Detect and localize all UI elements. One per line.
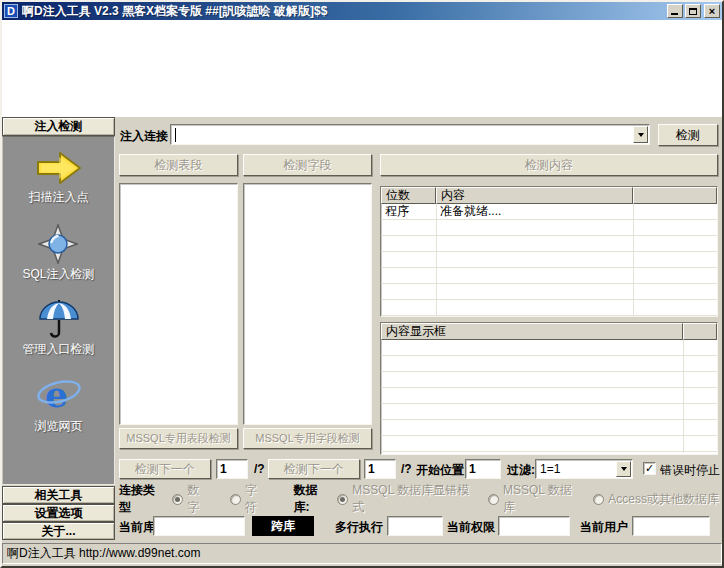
sidebar-item-browse-web[interactable]: e 浏览网页 xyxy=(35,374,83,435)
table-total-label: /? xyxy=(254,462,265,476)
list-row xyxy=(381,420,717,436)
close-icon: × xyxy=(709,6,715,16)
maximize-button[interactable] xyxy=(685,4,701,18)
table-index-input[interactable] xyxy=(216,459,248,479)
radio-mssql-error-mode[interactable] xyxy=(337,494,348,505)
connection-options-row: 连接类型 数字 字符 数据库: MSSQL 数据库显错模式 MSSQL 数据库 … xyxy=(119,491,719,507)
filter-dropdown-button[interactable] xyxy=(616,461,631,477)
content-box-blank-header[interactable] xyxy=(683,323,717,340)
minimize-icon xyxy=(671,13,678,15)
tables-list[interactable] xyxy=(119,183,238,425)
detect-tables-button[interactable]: 检测表段 xyxy=(119,154,238,176)
sidebar-item-label: 管理入口检测 xyxy=(23,341,95,358)
detect-next-table-button[interactable]: 检测下一个 xyxy=(119,459,211,479)
list-row xyxy=(381,388,717,404)
radio-access-other-label[interactable]: Access或其他数据库 xyxy=(608,491,719,508)
mssql-fields-button[interactable]: MSSQL专用字段检测 xyxy=(243,428,372,449)
app-icon: D xyxy=(4,4,18,18)
table-row xyxy=(381,300,717,316)
multi-exec-input[interactable] xyxy=(387,516,443,536)
detect-content-button[interactable]: 检测内容 xyxy=(380,154,718,176)
connection-type-label: 连接类型 xyxy=(119,482,164,516)
filter-value: 1=1 xyxy=(540,462,560,476)
radio-mssql[interactable] xyxy=(488,494,499,505)
compass-icon xyxy=(38,224,78,264)
result-table[interactable]: 位数 内容 程序 准备就绪.... xyxy=(380,186,718,317)
table-row xyxy=(381,284,717,300)
list-row xyxy=(381,356,717,372)
list-row xyxy=(381,340,717,356)
cell-content: 准备就绪.... xyxy=(436,203,717,220)
detect-next-field-button[interactable]: 检测下一个 xyxy=(268,459,360,479)
maximize-icon xyxy=(689,8,697,15)
detect-button[interactable]: 检测 xyxy=(658,124,718,146)
current-user-input[interactable] xyxy=(632,516,710,536)
sidebar-item-sql-injection[interactable]: SQL注入检测 xyxy=(22,224,94,283)
table-row xyxy=(381,236,717,252)
sidebar-icon-panel: 扫描注入点 SQL注入检测 管理入口检测 e xyxy=(2,136,115,485)
stop-on-error-checkbox[interactable]: ✓ xyxy=(643,462,656,475)
table-row[interactable]: 程序 准备就绪.... xyxy=(381,204,717,220)
sidebar-item-label: SQL注入检测 xyxy=(22,266,94,283)
svg-text:e: e xyxy=(45,374,68,415)
list-row xyxy=(381,436,717,452)
status-bar: 啊D注入工具 http://www.d99net.com xyxy=(2,543,722,564)
sidebar-button-about[interactable]: 关于... xyxy=(2,522,115,540)
field-total-label: /? xyxy=(401,462,412,476)
injection-link-combobox[interactable] xyxy=(170,124,650,145)
current-privilege-input[interactable] xyxy=(498,516,570,536)
sidebar-header-injection-detect[interactable]: 注入检测 xyxy=(2,117,115,136)
column-divider xyxy=(436,204,437,315)
database-label: 数据库: xyxy=(294,482,332,516)
sidebar-button-related-tools[interactable]: 相关工具 xyxy=(2,486,115,504)
radio-char[interactable] xyxy=(230,494,241,505)
column-header-digits[interactable]: 位数 xyxy=(381,187,436,204)
title-bar[interactable]: D 啊D注入工具 V2.3 黑客X档案专版 ##[訉咳謶哙 破解版]$$ × xyxy=(2,2,722,20)
multi-exec-label: 多行执行 xyxy=(335,519,383,536)
current-db-input[interactable] xyxy=(153,516,245,536)
sidebar-button-settings[interactable]: 设置选项 xyxy=(2,504,115,522)
sidebar-item-admin-entrance[interactable]: 管理入口检测 xyxy=(23,299,95,358)
combobox-dropdown-button[interactable] xyxy=(633,126,648,143)
field-index-input[interactable] xyxy=(364,459,396,479)
radio-numeric[interactable] xyxy=(172,494,183,505)
app-window: D 啊D注入工具 V2.3 黑客X档案专版 ##[訉咳謶哙 破解版]$$ × 注… xyxy=(0,0,724,568)
mssql-tables-button[interactable]: MSSQL专用表段检测 xyxy=(119,428,238,449)
content-display-box[interactable]: 内容显示框 xyxy=(380,322,718,455)
radio-access-other[interactable] xyxy=(593,494,604,505)
window-title: 啊D注入工具 V2.3 黑客X档案专版 ##[訉咳謶哙 破解版]$$ xyxy=(22,3,665,20)
filter-label: 过滤: xyxy=(507,462,535,479)
cell-digits: 程序 xyxy=(381,203,436,220)
content-box-header: 内容显示框 xyxy=(381,323,717,340)
sidebar-item-label: 浏览网页 xyxy=(35,418,83,435)
ie-browser-icon: e xyxy=(36,374,82,416)
minimize-button[interactable] xyxy=(667,4,683,18)
column-header-content[interactable]: 内容 xyxy=(436,187,633,204)
list-row xyxy=(381,372,717,388)
radio-mssql-error-mode-label[interactable]: MSSQL 数据库显错模式 xyxy=(352,482,474,516)
text-caret xyxy=(175,128,176,142)
current-user-label: 当前用户 xyxy=(580,519,628,536)
column-divider xyxy=(633,204,634,315)
content-box-title[interactable]: 内容显示框 xyxy=(381,323,683,340)
result-table-header: 位数 内容 xyxy=(381,187,717,204)
radio-char-label[interactable]: 字符 xyxy=(245,482,268,516)
close-button[interactable]: × xyxy=(704,4,720,18)
start-position-input[interactable] xyxy=(465,459,501,479)
filter-combobox[interactable]: 1=1 xyxy=(535,459,633,479)
umbrella-icon xyxy=(37,299,81,339)
column-header-blank[interactable] xyxy=(633,187,717,204)
chevron-down-icon xyxy=(621,467,627,471)
cross-db-button[interactable]: 跨库 xyxy=(252,516,314,536)
table-row xyxy=(381,268,717,284)
detect-fields-button[interactable]: 检测字段 xyxy=(243,154,372,176)
current-privilege-label: 当前权限 xyxy=(447,519,495,536)
column-divider xyxy=(683,340,684,453)
sidebar-item-scan-injection[interactable]: 扫描注入点 xyxy=(29,149,89,206)
chevron-down-icon xyxy=(638,133,644,137)
radio-mssql-label[interactable]: MSSQL 数据库 xyxy=(503,482,579,516)
radio-numeric-label[interactable]: 数字 xyxy=(187,482,210,516)
list-row xyxy=(381,404,717,420)
stop-on-error-label[interactable]: 错误时停止 xyxy=(660,462,720,479)
fields-list[interactable] xyxy=(243,183,372,425)
